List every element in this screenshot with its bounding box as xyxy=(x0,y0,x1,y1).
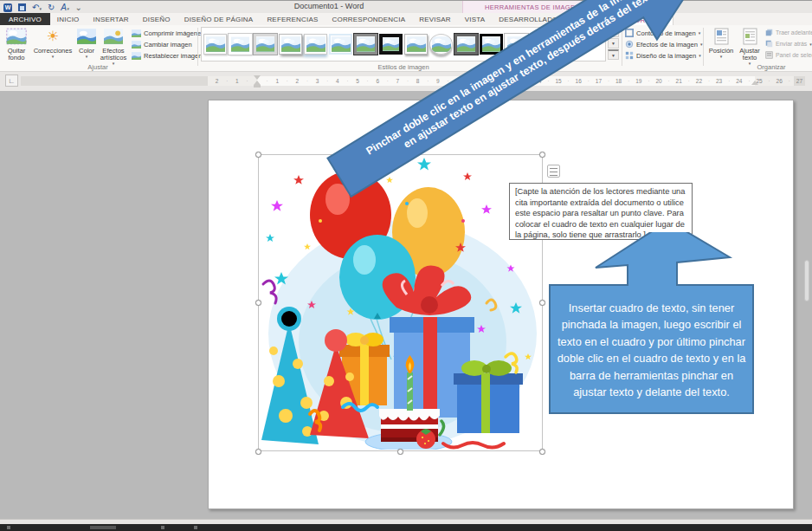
position-icon xyxy=(714,27,729,46)
tab-referencias[interactable]: REFERENCIAS xyxy=(260,13,325,25)
ink-icon[interactable]: A▾ xyxy=(61,3,68,12)
cambiar-imagen-button[interactable]: Cambiar imagen xyxy=(132,41,192,49)
remove-background-icon xyxy=(6,27,27,46)
resize-handle-bottom-left[interactable] xyxy=(255,449,261,455)
ruler-tick: 22 xyxy=(696,78,702,84)
resize-handle-middle-left[interactable] xyxy=(255,300,261,306)
ruler-tick: · xyxy=(769,78,770,83)
tab-revisar[interactable]: REVISAR xyxy=(412,13,458,25)
ruler-tick: 3 xyxy=(316,78,319,84)
posicion-button[interactable]: Posición▾ xyxy=(706,27,736,58)
right-indent-marker[interactable] xyxy=(751,81,758,85)
first-line-indent-marker[interactable] xyxy=(254,75,261,80)
word-window: W ↶▾ ↻ A▾ ⌄ Documento1 - Word HERRAMIENT… xyxy=(0,0,812,531)
efectos-artisticos-label: Efectos artísticos xyxy=(97,48,130,62)
tab-vista[interactable]: VISTA xyxy=(458,13,493,25)
efectos-artisticos-button[interactable]: Efectos artísticos▾ xyxy=(97,27,130,65)
ruler-tick: 19 xyxy=(635,78,641,84)
traer-adelante-button[interactable]: Traer adelante▾ xyxy=(765,29,812,36)
artistic-effects-icon xyxy=(104,27,123,46)
picture-style-thumbnail[interactable] xyxy=(404,34,428,55)
resize-handle-bottom-right[interactable] xyxy=(539,449,545,455)
panel-de-seleccion-button[interactable]: Panel de selección xyxy=(765,51,812,59)
enviar-atras-button[interactable]: Enviar atrás▾ xyxy=(765,40,812,48)
wrap-text-icon xyxy=(743,27,757,46)
resize-handle-bottom-middle[interactable] xyxy=(397,449,403,455)
picture-style-thumbnail[interactable] xyxy=(329,34,352,55)
group-label-ajustar: Ajustar xyxy=(0,63,196,71)
ruler-tick: · xyxy=(668,78,670,83)
picture-style-thumbnail[interactable] xyxy=(229,34,252,55)
resize-handle-top-left[interactable] xyxy=(255,152,261,158)
ruler-tick: 23 xyxy=(716,78,722,84)
group-label-organizar: Organizar xyxy=(731,63,811,71)
tab-diseño[interactable]: DISEÑO xyxy=(136,13,177,25)
color-button[interactable]: Color▾ xyxy=(74,27,99,58)
tab-inicio[interactable]: INICIO xyxy=(50,13,87,25)
ruler-tick: 26 xyxy=(777,78,783,84)
left-indent-marker[interactable] xyxy=(254,85,261,87)
word-app-icon[interactable]: W xyxy=(3,3,12,12)
resize-handle-middle-right[interactable] xyxy=(539,300,545,306)
picture-style-thumbnail[interactable] xyxy=(279,34,302,55)
tab-correspondencia[interactable]: CORRESPONDENCIA xyxy=(325,13,412,25)
picture-style-thumbnail[interactable] xyxy=(254,34,277,55)
corrections-sun-icon: ☀ xyxy=(47,27,59,46)
ruler-tick: 5 xyxy=(356,78,359,84)
ribbon: Quitar fondo ☀ Correcciones▾ Color▾ Efec… xyxy=(0,25,812,72)
tab-selector[interactable]: ∟ xyxy=(5,74,18,87)
tab-diseño-de-página[interactable]: DISEÑO DE PÁGINA xyxy=(177,13,261,25)
vertical-scrollbar-thumb[interactable] xyxy=(804,260,809,301)
color-icon xyxy=(77,27,96,46)
taskbar-start-icon[interactable] xyxy=(7,526,10,529)
picture-style-thumbnail[interactable] xyxy=(354,34,377,55)
restablecer-imagen-label: Restablecer imagen xyxy=(144,52,203,60)
ruler-tick: 2 xyxy=(296,78,300,84)
document-title: Documento1 - Word xyxy=(251,2,407,10)
quick-access-toolbar: W ↶▾ ↻ A▾ ⌄ xyxy=(3,2,82,13)
resize-handle-top-right[interactable] xyxy=(539,152,545,158)
diseno-de-la-imagen-label: Diseño de la imagen xyxy=(636,52,696,60)
comprimir-imagenes-button[interactable]: Comprimir imágenes xyxy=(132,29,204,37)
customize-qat-icon[interactable]: ⌄ xyxy=(74,3,81,12)
quitar-fondo-button[interactable]: Quitar fondo xyxy=(2,27,31,62)
taskbar-item[interactable] xyxy=(90,526,116,529)
ruler-tick: · xyxy=(728,78,730,83)
ruler-tick: · xyxy=(246,78,248,83)
picture-style-thumbnail[interactable] xyxy=(203,34,227,55)
ruler-tick: · xyxy=(748,78,750,83)
enviar-atras-label: Enviar atrás xyxy=(776,41,807,47)
redo-icon[interactable]: ↻ xyxy=(48,3,55,12)
ruler-tick: · xyxy=(608,78,609,83)
tab-insertar[interactable]: INSERTAR xyxy=(87,13,136,25)
taskbar-item[interactable] xyxy=(161,526,164,529)
tab-archivo[interactable]: ARCHIVO xyxy=(0,13,50,25)
ruler-tick: · xyxy=(789,78,790,83)
ruler-tick: · xyxy=(648,78,649,83)
picture-style-thumbnail[interactable] xyxy=(304,34,327,55)
undo-icon[interactable]: ↶▾ xyxy=(32,3,42,12)
traer-adelante-label: Traer adelante xyxy=(776,29,812,36)
ruler-tick: 1 xyxy=(275,78,279,84)
ajustar-texto-label: Ajustar texto xyxy=(736,48,764,62)
quitar-fondo-label: Quitar fondo xyxy=(2,48,31,62)
ruler-tick: 20 xyxy=(655,78,661,84)
ruler-tick: · xyxy=(628,78,629,83)
ruler-tick: 21 xyxy=(676,78,682,84)
ruler-tick: · xyxy=(367,78,369,83)
ruler-tick: 24 xyxy=(736,78,742,84)
panel-de-seleccion-label: Panel de selección xyxy=(776,52,812,58)
ruler-tick: · xyxy=(346,78,348,83)
ruler-tick: · xyxy=(306,78,308,83)
picture-style-thumbnail[interactable] xyxy=(379,34,403,55)
ruler-tick: 1 xyxy=(235,78,239,84)
layout-options-button[interactable] xyxy=(547,165,560,178)
correcciones-button[interactable]: ☀ Correcciones▾ xyxy=(33,27,73,58)
ajustar-texto-button[interactable]: Ajustar texto▾ xyxy=(736,27,764,65)
restablecer-imagen-button[interactable]: Restablecer imagen▾ xyxy=(132,52,207,60)
save-icon[interactable] xyxy=(18,3,26,11)
ruler-tick: · xyxy=(267,78,268,83)
ruler-tick: 18 xyxy=(615,78,622,84)
comprimir-imagenes-label: Comprimir imágenes xyxy=(144,29,204,37)
taskbar-item[interactable] xyxy=(194,526,197,529)
